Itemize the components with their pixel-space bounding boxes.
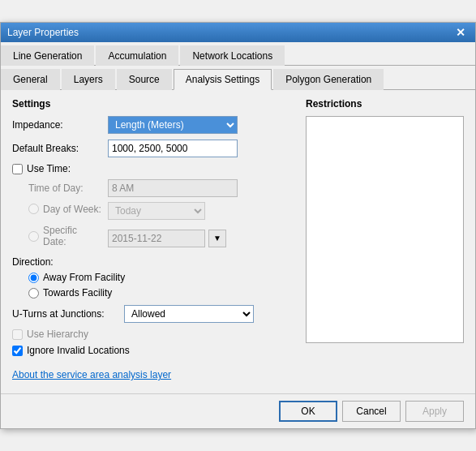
date-row: ▼ — [108, 230, 226, 247]
left-panel: Settings Impedance: Length (Meters) Defa… — [12, 98, 296, 361]
specific-date-input — [108, 230, 205, 247]
direction-section: Direction: Away From Facility Towards Fa… — [12, 256, 296, 299]
tab-source[interactable]: Source — [117, 69, 172, 90]
ok-button[interactable]: OK — [279, 401, 337, 422]
specific-date-radio-row: Specific Date: — [28, 225, 101, 247]
title-bar: Layer Properties ✕ — [1, 23, 475, 42]
cancel-button[interactable]: Cancel — [342, 401, 401, 422]
away-from-row: Away From Facility — [28, 272, 296, 283]
default-breaks-input[interactable] — [108, 140, 238, 157]
away-from-label: Away From Facility — [43, 272, 125, 283]
restrictions-section-title: Restrictions — [306, 98, 464, 110]
time-of-day-label: Time of Day: — [28, 183, 101, 194]
bottom-buttons: OK Cancel Apply — [1, 393, 475, 428]
specific-date-label: Specific Date: — [43, 225, 101, 247]
towards-row: Towards Facility — [28, 287, 296, 299]
direction-label: Direction: — [12, 256, 296, 268]
towards-label: Towards Facility — [43, 287, 112, 299]
right-panel: Restrictions — [306, 98, 464, 361]
specific-date-radio — [28, 231, 39, 242]
day-of-week-row: Day of Week: Today — [12, 202, 296, 220]
use-time-label: Use Time: — [27, 163, 71, 174]
time-of-day-row: Time of Day: — [12, 179, 296, 197]
ignore-invalid-row: Ignore Invalid Locations — [12, 345, 296, 356]
bottom-tabs: General Layers Source Analysis Settings … — [1, 66, 475, 90]
impedance-select[interactable]: Length (Meters) — [108, 116, 238, 134]
ignore-invalid-label: Ignore Invalid Locations — [27, 345, 130, 356]
day-of-week-label: Day of Week: — [43, 204, 101, 215]
day-of-week-radio-row: Day of Week: — [28, 204, 101, 215]
default-breaks-label: Default Breaks: — [12, 143, 101, 154]
top-tabs: Line Generation Accumulation Network Loc… — [1, 42, 475, 66]
use-time-checkbox[interactable] — [12, 164, 23, 174]
two-column-layout: Settings Impedance: Length (Meters) Defa… — [12, 98, 464, 361]
day-of-week-select: Today — [108, 202, 205, 220]
content-area: Settings Impedance: Length (Meters) Defa… — [1, 90, 475, 393]
use-time-row: Use Time: — [12, 163, 296, 174]
settings-section-title: Settings — [12, 98, 296, 110]
date-picker-button: ▼ — [208, 230, 226, 247]
impedance-row: Impedance: Length (Meters) — [12, 116, 296, 134]
use-hierarchy-row: Use Hierarchy — [12, 329, 296, 340]
towards-radio[interactable] — [28, 288, 39, 299]
time-of-day-input — [108, 179, 238, 197]
layer-properties-window: Layer Properties ✕ Line Generation Accum… — [0, 22, 476, 429]
tab-general[interactable]: General — [1, 69, 60, 90]
tab-network-locations[interactable]: Network Locations — [180, 45, 285, 66]
tab-analysis-settings[interactable]: Analysis Settings — [174, 69, 272, 90]
uturns-label: U-Turns at Junctions: — [12, 308, 118, 320]
tab-line-generation[interactable]: Line Generation — [1, 45, 94, 66]
day-of-week-radio — [28, 204, 39, 214]
tab-layers[interactable]: Layers — [62, 69, 115, 90]
apply-button[interactable]: Apply — [405, 401, 464, 422]
window-title: Layer Properties — [7, 27, 79, 38]
link-row: About the service area analysis layer — [12, 369, 464, 380]
specific-date-row: Specific Date: ▼ — [12, 225, 296, 251]
uturns-select[interactable]: Allowed Not Allowed At Dead Ends Only At… — [124, 305, 254, 323]
restrictions-box — [306, 116, 464, 343]
default-breaks-row: Default Breaks: — [12, 140, 296, 157]
tab-polygon-generation[interactable]: Polygon Generation — [273, 69, 384, 90]
close-button[interactable]: ✕ — [452, 27, 469, 38]
uturns-row: U-Turns at Junctions: Allowed Not Allowe… — [12, 305, 296, 323]
impedance-label: Impedance: — [12, 119, 101, 131]
tab-accumulation[interactable]: Accumulation — [96, 45, 178, 66]
use-hierarchy-checkbox — [12, 329, 23, 340]
away-from-radio[interactable] — [28, 273, 39, 283]
service-area-link[interactable]: About the service area analysis layer — [12, 369, 171, 380]
use-hierarchy-label: Use Hierarchy — [27, 329, 88, 340]
ignore-invalid-checkbox[interactable] — [12, 346, 23, 356]
